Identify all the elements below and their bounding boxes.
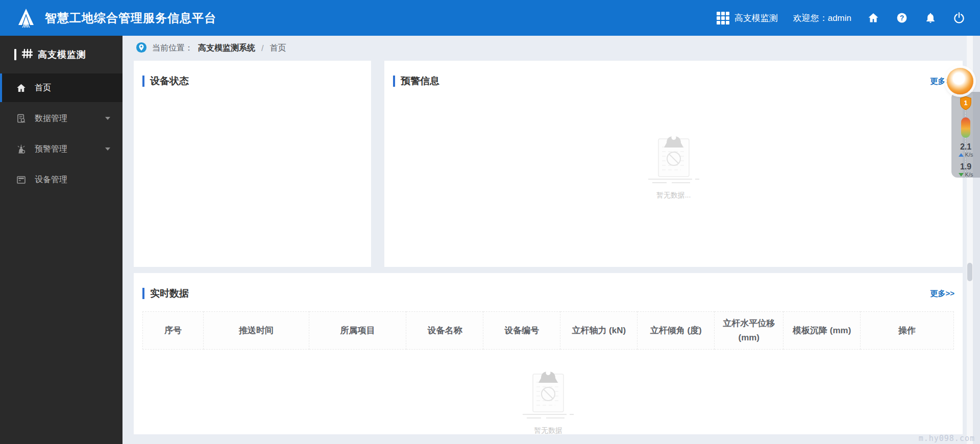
title-accent-bar (142, 288, 144, 299)
sidebar-title: 高支模监测 (38, 48, 86, 61)
page-title: 智慧工地综合管理服务信息平台 (45, 10, 216, 26)
app-switcher[interactable]: 高支模监测 (717, 12, 778, 24)
home-icon (15, 82, 27, 93)
no-data-clipboard-icon (645, 130, 702, 188)
device-status-title: 设备状态 (150, 75, 363, 88)
scrollbar-thumb[interactable] (967, 263, 972, 281)
warning-info-card: 预警信息 更多>> (384, 61, 963, 267)
download-speed-value: 1.9 (959, 163, 973, 171)
sidebar-item-label: 数据管理 (35, 113, 97, 124)
breadcrumb-prefix: 当前位置： (152, 43, 193, 54)
column-header: 模板沉降 (mm) (783, 312, 861, 350)
breadcrumb-current[interactable]: 首页 (270, 43, 286, 54)
column-header: 推送时间 (204, 312, 309, 350)
column-header: 设备名称 (406, 312, 483, 350)
realtime-more-link[interactable]: 更多>> (930, 289, 954, 299)
sidebar-item-warning-management[interactable]: 预警管理 (0, 135, 122, 163)
column-header: 设备编号 (483, 312, 560, 350)
brand-grid-icon (21, 48, 33, 61)
top-cards-row: 设备状态 预警信息 更多>> (122, 61, 980, 267)
welcome-label: 欢迎您： (793, 13, 828, 23)
upload-arrow-icon (959, 153, 964, 157)
warning-info-title: 预警信息 (401, 75, 930, 88)
sidebar-brand: 高支模监测 (0, 36, 122, 73)
device-status-card: 设备状态 (134, 61, 371, 267)
realtime-data-table: 序号 推送时间 所属项目 设备名称 设备编号 立杆轴力 (kN) 立杆倾角 (度… (142, 311, 954, 350)
sidebar-item-home[interactable]: 首页 (0, 73, 122, 102)
brand-bar-icon (14, 49, 16, 60)
column-header: 操作 (861, 312, 954, 350)
bell-icon[interactable] (924, 11, 937, 24)
sidebar-item-device-management[interactable]: 设备管理 (0, 165, 122, 194)
warning-empty-text: 暂无数据... (656, 191, 691, 200)
header-brand: 智慧工地综合管理服务信息平台 (15, 8, 216, 28)
sidebar: 高支模监测 首页 数据管理 (0, 36, 122, 444)
column-header: 立杆水平位移 (mm) (715, 312, 783, 350)
upload-speed-value: 2.1 (959, 143, 973, 151)
sidebar-item-label: 预警管理 (35, 144, 97, 155)
chevron-down-icon (105, 147, 110, 151)
sidebar-item-data-management[interactable]: 数据管理 (0, 104, 122, 133)
download-arrow-icon (959, 173, 964, 177)
header-actions: 高支模监测 欢迎您：admin ? (717, 11, 966, 24)
location-pin-icon (136, 42, 147, 55)
chevron-down-icon (105, 117, 110, 120)
username: admin (828, 13, 851, 23)
breadcrumb-separator: / (261, 44, 263, 53)
upload-speed: 2.1 K/s (959, 143, 973, 158)
welcome-user[interactable]: 欢迎您：admin (793, 12, 851, 24)
title-accent-bar (393, 76, 395, 87)
breadcrumb: 当前位置： 高支模监测系统 / 首页 (122, 36, 980, 61)
column-header: 所属项目 (309, 312, 406, 350)
network-speed-widget[interactable]: 1 2.1 K/s 1.9 K/s (951, 92, 980, 178)
sidebar-nav: 首页 数据管理 (0, 73, 122, 194)
download-speed-unit: K/s (965, 172, 973, 178)
signal-gradient-bar (961, 117, 970, 138)
realtime-data-card: 实时数据 更多>> 序号 推送时间 所属项目 设备名称 设备编号 立杆轴力 (k… (134, 273, 963, 434)
main-content: 当前位置： 高支模监测系统 / 首页 设备状态 预警信息 更多>> (122, 36, 980, 444)
table-empty-state: 暂无数据 (134, 365, 963, 434)
column-header: 立杆轴力 (kN) (560, 312, 638, 350)
device-icon (15, 174, 27, 185)
sidebar-item-label: 设备管理 (35, 175, 122, 185)
help-icon[interactable]: ? (895, 11, 909, 24)
warning-empty-state: 暂无数据... (384, 130, 963, 200)
no-data-clipboard-icon (520, 365, 577, 423)
data-report-icon (15, 113, 27, 124)
app-switcher-label: 高支模监测 (734, 12, 778, 24)
column-header: 序号 (143, 312, 204, 350)
power-icon[interactable] (952, 11, 966, 24)
sidebar-item-label: 首页 (35, 83, 122, 93)
app-grid-icon (717, 12, 729, 24)
table-header-row: 序号 推送时间 所属项目 设备名称 设备编号 立杆轴力 (kN) 立杆倾角 (度… (143, 312, 954, 350)
breadcrumb-root[interactable]: 高支模监测系统 (198, 43, 255, 54)
top-header: 智慧工地综合管理服务信息平台 高支模监测 欢迎您：admin ? (0, 0, 980, 36)
download-speed: 1.9 K/s (959, 163, 973, 178)
column-header: 立杆倾角 (度) (638, 312, 715, 350)
shield-badge-count: 1 (964, 99, 967, 107)
realtime-data-title: 实时数据 (150, 287, 930, 300)
alarm-icon (15, 143, 27, 155)
platform-logo-icon (15, 8, 37, 28)
home-icon[interactable] (867, 11, 880, 24)
title-accent-bar (142, 76, 144, 87)
table-empty-text: 暂无数据 (534, 426, 562, 434)
svg-text:?: ? (900, 14, 904, 22)
watermark: m.hy098.com (919, 434, 975, 443)
shield-badge-icon: 1 (959, 96, 972, 110)
upload-speed-unit: K/s (965, 152, 973, 158)
orange-swirl-ball-icon[interactable] (947, 68, 973, 94)
